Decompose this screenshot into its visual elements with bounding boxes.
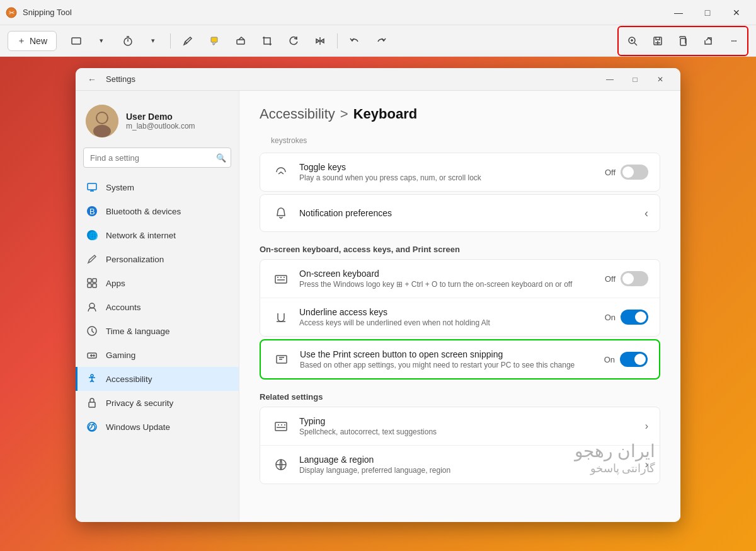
toggle-keys-row: Toggle keys Play a sound when you press … bbox=[260, 153, 660, 191]
nav-accessibility-label: Accessibility bbox=[106, 374, 152, 384]
onscreen-section-label: On-screen keyboard, access keys, and Pri… bbox=[260, 235, 660, 259]
onscreen-keyboard-icon bbox=[272, 269, 290, 288]
nav-gaming-label: Gaming bbox=[106, 351, 135, 360]
nav-network-label: Network & internet bbox=[106, 231, 176, 240]
highlighter-button[interactable] bbox=[202, 29, 226, 53]
settings-window-title: Settings bbox=[106, 74, 135, 84]
search-input[interactable] bbox=[83, 148, 231, 168]
avatar bbox=[86, 105, 118, 137]
print-screen-label: Use the Print screen button to open scre… bbox=[300, 349, 595, 359]
mode-dropdown-button[interactable]: ▾ bbox=[89, 29, 113, 53]
print-screen-text: Use the Print screen button to open scre… bbox=[300, 349, 595, 369]
settings-body: User Demo m_lab@outlook.com 🔍 bbox=[76, 91, 680, 522]
nav-item-bluetooth[interactable]: B Bluetooth & devices bbox=[76, 199, 239, 223]
related-settings-card: Typing Spellcheck, autocorrect, text sug… bbox=[260, 407, 660, 484]
print-screen-row: Use the Print screen button to open scre… bbox=[261, 340, 659, 378]
close-button[interactable]: ✕ bbox=[722, 3, 751, 23]
zoom-button[interactable] bbox=[621, 29, 644, 53]
typing-related-row[interactable]: Typing Spellcheck, autocorrect, text sug… bbox=[260, 407, 660, 446]
flip-button[interactable] bbox=[308, 29, 332, 53]
toolbar-sep-2 bbox=[337, 33, 338, 49]
settings-window-controls: — □ ✕ bbox=[597, 71, 673, 88]
new-label: New bbox=[30, 36, 47, 46]
language-desc: Display language, preferred language, re… bbox=[299, 466, 636, 475]
save-button[interactable] bbox=[646, 29, 670, 53]
underline-access-state: On bbox=[605, 313, 616, 322]
svg-point-26 bbox=[91, 374, 93, 377]
underline-access-icon bbox=[272, 308, 290, 327]
settings-back-button[interactable]: ← bbox=[83, 71, 101, 88]
user-email: m_lab@outlook.com bbox=[126, 122, 195, 130]
onscreen-keyboard-switch[interactable] bbox=[621, 271, 648, 286]
nav-item-personalization[interactable]: Personalization bbox=[76, 247, 239, 271]
typing-text: Typing Spellcheck, autocorrect, text sug… bbox=[299, 416, 636, 436]
language-icon bbox=[272, 455, 290, 474]
toggle-keys-text: Toggle keys Play a sound when you press … bbox=[299, 162, 596, 182]
toggle-keys-label: Toggle keys bbox=[299, 162, 596, 172]
svg-point-25 bbox=[93, 355, 94, 356]
nav-item-accounts[interactable]: Accounts bbox=[76, 295, 239, 319]
redo-button[interactable] bbox=[369, 29, 393, 53]
minimize-button[interactable]: — bbox=[664, 3, 693, 23]
settings-close-button[interactable]: ✕ bbox=[648, 71, 673, 88]
onscreen-keyboard-label: On-screen keyboard bbox=[299, 269, 596, 279]
timer-group: ▾ bbox=[116, 29, 165, 53]
notification-preferences-row[interactable]: Notification preferences ‹ bbox=[260, 194, 660, 232]
svg-rect-31 bbox=[275, 422, 287, 431]
typing-arrow-icon: › bbox=[645, 420, 648, 432]
timer-dropdown-button[interactable]: ▾ bbox=[141, 29, 165, 53]
breadcrumb-current: Keyboard bbox=[353, 106, 417, 122]
nav-item-time[interactable]: Time & language bbox=[76, 319, 239, 343]
share-button[interactable] bbox=[696, 29, 720, 53]
nav-item-accessibility[interactable]: Accessibility bbox=[76, 367, 239, 391]
notification-preferences-label: Notification preferences bbox=[299, 208, 636, 218]
nav-item-gaming[interactable]: Gaming bbox=[76, 343, 239, 367]
chevron-down-icon: ‹ bbox=[644, 207, 648, 220]
nav-item-apps[interactable]: Apps bbox=[76, 271, 239, 295]
language-label: Language & region bbox=[299, 455, 636, 465]
copy-button[interactable] bbox=[671, 29, 695, 53]
toolbar-sep-1 bbox=[170, 33, 171, 49]
user-profile[interactable]: User Demo m_lab@outlook.com bbox=[76, 98, 239, 148]
eraser-button[interactable] bbox=[229, 29, 253, 53]
print-screen-icon bbox=[272, 350, 291, 369]
svg-rect-19 bbox=[93, 279, 96, 282]
rectangle-mode-button[interactable] bbox=[64, 29, 88, 53]
svg-text:🌐: 🌐 bbox=[89, 231, 98, 240]
more-button[interactable]: ··· bbox=[721, 29, 745, 53]
main-area: ← Settings — □ ✕ bbox=[0, 57, 756, 551]
print-screen-switch[interactable] bbox=[620, 352, 648, 367]
nav-item-system[interactable]: System bbox=[76, 175, 239, 199]
onscreen-keyboard-state: Off bbox=[605, 274, 616, 284]
new-button[interactable]: ＋ New bbox=[8, 31, 57, 51]
nav-item-privacy[interactable]: Privacy & security bbox=[76, 391, 239, 415]
maximize-button[interactable]: □ bbox=[693, 3, 722, 23]
nav-item-network[interactable]: 🌐 Network & internet bbox=[76, 223, 239, 247]
settings-sidebar: User Demo m_lab@outlook.com 🔍 bbox=[76, 91, 239, 522]
rotate-button[interactable] bbox=[282, 29, 306, 53]
breadcrumb-parent: Accessibility bbox=[260, 106, 335, 122]
toggle-keys-icon bbox=[272, 163, 290, 182]
network-icon: 🌐 bbox=[86, 229, 98, 241]
crop-button[interactable] bbox=[255, 29, 279, 53]
app-title: Snipping Tool bbox=[23, 8, 72, 17]
related-settings-label: Related settings bbox=[260, 382, 660, 407]
onscreen-keyboard-desc: Press the Windows logo key ⊞ + Ctrl + O … bbox=[299, 280, 596, 289]
onscreen-keyboard-card: On-screen keyboard Press the Windows log… bbox=[260, 259, 660, 337]
toggle-keys-switch[interactable] bbox=[621, 165, 648, 180]
underline-access-switch[interactable] bbox=[621, 310, 648, 325]
svg-point-12 bbox=[97, 113, 107, 123]
nav-apps-label: Apps bbox=[106, 279, 125, 288]
settings-maximize-button[interactable]: □ bbox=[622, 71, 648, 88]
apps-icon bbox=[86, 277, 98, 289]
timer-button[interactable] bbox=[116, 29, 140, 53]
svg-rect-27 bbox=[89, 402, 95, 407]
gaming-icon bbox=[86, 349, 98, 361]
language-related-row[interactable]: Language & region Display language, pref… bbox=[260, 446, 660, 484]
svg-text:✂: ✂ bbox=[9, 9, 14, 16]
undo-button[interactable] bbox=[343, 29, 367, 53]
pen-button[interactable] bbox=[176, 29, 200, 53]
app-frame: ✂ Snipping Tool — □ ✕ ＋ New ▾ ▾ bbox=[0, 0, 756, 551]
settings-minimize-button[interactable]: — bbox=[597, 71, 622, 88]
nav-item-windows-update[interactable]: Windows Update bbox=[76, 415, 239, 439]
